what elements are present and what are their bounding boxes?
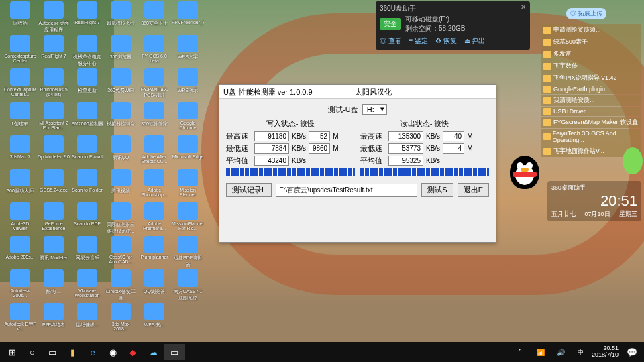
close-icon[interactable]: ✕ bbox=[521, 3, 526, 11]
file-item[interactable]: 飞宇数传 bbox=[541, 60, 641, 72]
test-drive-label: 测试-U盘 bbox=[328, 105, 358, 115]
taskbar-benchmark-window[interactable]: ▭ bbox=[164, 344, 185, 360]
read-min-m: 4 bbox=[443, 143, 464, 154]
taskbar-edge-icon[interactable]: e bbox=[83, 344, 102, 360]
file-item[interactable]: 申请测绘资质须... bbox=[541, 24, 641, 36]
read-progress-bar bbox=[360, 168, 489, 176]
usb-link-view[interactable]: ◎ 查看 bbox=[380, 37, 402, 44]
usb-link-eject[interactable]: ⏏ 弹出 bbox=[464, 37, 486, 44]
write-max: 91180 bbox=[254, 131, 289, 141]
tray-ime-icon[interactable]: 中 bbox=[572, 344, 590, 360]
test-button[interactable]: 测试S bbox=[421, 183, 453, 197]
desktop-file-stack: 申请测绘资质须...绿幕500素子多发富飞宇数传飞鱼PIX说明指导 V1.42G… bbox=[541, 24, 641, 157]
file-item[interactable]: FYGscreen&Map Maker 软设置 bbox=[541, 117, 641, 128]
green-notification-bubble[interactable] bbox=[623, 147, 643, 174]
taskbar-app2-icon[interactable]: ☁ bbox=[144, 344, 162, 360]
safe-badge: 安全 bbox=[380, 18, 401, 30]
record-path-field[interactable]: E:\百度云\upsdcs\TestResult.txt bbox=[276, 184, 417, 197]
write-avg: 43240 bbox=[254, 156, 289, 166]
tray-clock[interactable]: 20:51 2018/7/10 bbox=[592, 345, 621, 359]
write-min-m: 9860 bbox=[309, 143, 330, 154]
clock-time: 20:51 bbox=[551, 192, 637, 210]
taskbar: ⊞ ○ ▭ ▮ e ◉ ◆ ☁ ▭ ˄ 📶 🔊 中 20:51 2018/7/1… bbox=[0, 342, 644, 362]
tray-network-icon[interactable]: 📶 bbox=[531, 344, 550, 360]
clock-lunar: 五月廿七 bbox=[551, 210, 576, 219]
file-item[interactable]: FeiyuTech 3D GCS And Operating... bbox=[541, 129, 641, 145]
usb-link-recover[interactable]: ♻ 恢复 bbox=[435, 37, 457, 44]
clock-city: 360桌面助手 bbox=[551, 184, 637, 192]
read-min: 53773 bbox=[388, 143, 423, 154]
usb-link-verify[interactable]: ≡ 鉴定 bbox=[409, 37, 429, 44]
drive-select[interactable]: H: bbox=[362, 104, 387, 115]
cortana-icon[interactable]: ○ bbox=[23, 344, 42, 360]
qq-penguin-icon[interactable] bbox=[510, 156, 539, 189]
taskbar-app-icon[interactable]: ◆ bbox=[123, 344, 142, 360]
file-item[interactable]: 飞鱼PIX说明指导 V1.42 bbox=[541, 72, 641, 84]
write-header: 写入状态- 较慢 bbox=[226, 119, 355, 129]
read-header: 读出状态- 较快 bbox=[360, 119, 489, 129]
taskbar-chrome-icon[interactable]: ◉ bbox=[103, 344, 122, 360]
exit-button[interactable]: 退出E bbox=[458, 183, 489, 197]
write-progress-bar bbox=[226, 168, 355, 176]
read-max-m: 40 bbox=[443, 131, 464, 141]
usb-widget-title: 360U盘助手 bbox=[380, 4, 416, 13]
clock-weekday: 星期三 bbox=[619, 210, 637, 219]
file-item[interactable]: USB+Driver bbox=[541, 107, 641, 116]
start-button[interactable]: ⊞ bbox=[3, 344, 21, 360]
tray-notifications-icon[interactable]: 💬 bbox=[623, 344, 641, 360]
file-item[interactable]: 我清测绘资质... bbox=[541, 95, 641, 106]
read-avg: 95325 bbox=[388, 156, 423, 166]
desktop-clock-widget: 360桌面助手 20:51 五月廿七 07月10日 星期三 bbox=[547, 181, 641, 221]
file-item[interactable]: 绿幕500素子 bbox=[541, 36, 641, 48]
clock-date: 07月10日 bbox=[584, 210, 610, 219]
cloud-upload-pill[interactable]: ◎ 拓展上传 bbox=[566, 8, 606, 19]
usb-benchmark-dialog: U盘-性能检测器 ver 1.0.0.9 太阳风汉化 测试-U盘 H: 写入状态… bbox=[219, 84, 496, 243]
read-max: 135300 bbox=[388, 131, 423, 141]
dialog-subtitle: 太阳风汉化 bbox=[355, 88, 392, 96]
record-button[interactable]: 测试记录L bbox=[226, 183, 272, 197]
usb-free-space: 剩余空间：58.20GB bbox=[405, 24, 526, 34]
usb-disk-name: 可移动磁盘(E:) bbox=[405, 15, 526, 24]
tray-up-icon[interactable]: ˄ bbox=[511, 344, 530, 360]
taskview-icon[interactable]: ▭ bbox=[43, 344, 62, 360]
file-item[interactable]: GoogleEarth plugin bbox=[541, 84, 641, 94]
tray-volume-icon[interactable]: 🔊 bbox=[551, 344, 570, 360]
file-item[interactable]: 多发富 bbox=[541, 48, 641, 60]
dialog-title: U盘-性能检测器 ver 1.0.0.9 bbox=[223, 88, 313, 96]
usb-helper-widget: ✕ 360U盘助手 安全 可移动磁盘(E:) 剩余空间：58.20GB ◎ 查看… bbox=[376, 1, 530, 50]
taskbar-folder-icon[interactable]: ▮ bbox=[63, 344, 82, 360]
write-max-m: 52 bbox=[309, 131, 330, 141]
write-min: 7884 bbox=[254, 143, 289, 154]
